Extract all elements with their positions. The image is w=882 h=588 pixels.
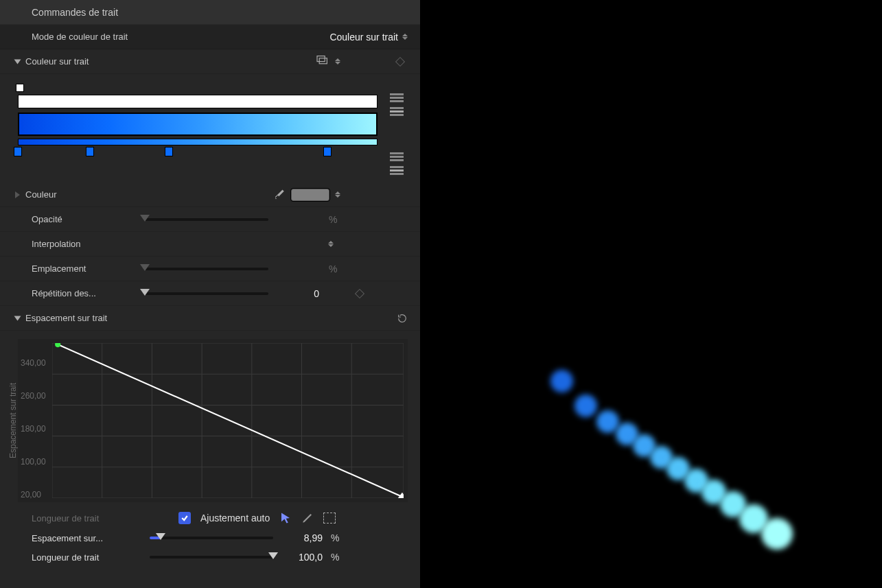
color-label: Couleur: [25, 189, 139, 200]
row-location: Emplacement %: [0, 257, 420, 281]
section-spacing-over-stroke[interactable]: Espacement sur trait: [0, 306, 420, 331]
auto-fit-label: Ajustement auto: [200, 513, 270, 524]
brush-dot: [596, 410, 619, 433]
section-stroke-controls: Commandes de trait: [0, 0, 420, 25]
popup-chevrons-icon[interactable]: [328, 241, 334, 247]
gradient-strip[interactable]: [18, 113, 378, 136]
distribute-variant-icon[interactable]: [390, 166, 404, 176]
location-slider[interactable]: [145, 268, 268, 270]
inspector-panel: Commandes de trait Mode de couleur de tr…: [0, 0, 420, 588]
pencil-icon[interactable]: [301, 512, 314, 524]
row-length-param[interactable]: Longueur de trait 100,0 %: [0, 548, 420, 567]
cursor-icon[interactable]: [279, 512, 292, 524]
row-color: Couleur: [0, 183, 420, 207]
popup-chevrons-icon: [402, 34, 408, 40]
gradient-stop[interactable]: [14, 147, 22, 156]
svg-rect-0: [317, 56, 325, 62]
spacing-value[interactable]: 8,99: [281, 532, 323, 543]
percent-sign: %: [329, 214, 337, 225]
keyframe-icon[interactable]: [355, 288, 364, 298]
location-label: Emplacement: [32, 263, 145, 274]
opacity-slider[interactable]: [145, 218, 268, 221]
color-over-label: Couleur sur trait: [25, 56, 139, 67]
opacity-handle[interactable]: [16, 84, 24, 92]
length-value[interactable]: 100,0: [281, 552, 323, 563]
section-color-over-stroke[interactable]: Couleur sur trait: [0, 49, 420, 74]
percent-sign: %: [331, 532, 339, 543]
brush-dot: [575, 395, 597, 417]
spacing-over-label: Espacement sur trait: [25, 313, 139, 323]
disclosure-triangle-icon[interactable]: [15, 191, 20, 198]
gradient-side-tools: [390, 84, 405, 176]
disclosure-triangle-icon[interactable]: [14, 59, 21, 64]
auto-fit-checkbox[interactable]: [178, 512, 191, 524]
spacing-slider[interactable]: [150, 537, 273, 539]
gradient-stops-row: [18, 147, 378, 158]
gradient-stop[interactable]: [165, 147, 173, 156]
gradient-preview-strip: [18, 139, 378, 145]
repetition-label: Répétition des...: [32, 288, 145, 298]
graph-y-ticks: 340,00 260,00 180,00 100,00 20,00: [21, 339, 51, 502]
svg-rect-1: [319, 58, 327, 64]
graph-tool-row: Longueur de trait Ajustement auto: [0, 508, 420, 528]
distribute-evenly-icon[interactable]: [390, 93, 404, 103]
row-interpolation: Interpolation: [0, 232, 420, 257]
spacing-param-label: Espacement sur...: [32, 533, 141, 543]
opacity-label: Opacité: [32, 214, 145, 224]
interpolation-label: Interpolation: [32, 239, 145, 249]
keyframe-icon[interactable]: [395, 56, 405, 66]
color-swatch[interactable]: [291, 189, 329, 201]
repetition-slider[interactable]: [145, 292, 268, 295]
canvas-preview: [420, 0, 882, 588]
row-stroke-color-mode[interactable]: Mode de couleur de trait Couleur sur tra…: [0, 25, 420, 49]
row-repetition[interactable]: Répétition des... 0: [0, 281, 420, 306]
length-param-label: Longueur de trait: [32, 552, 141, 563]
popup-chevrons-icon[interactable]: [335, 191, 340, 198]
reset-icon[interactable]: [397, 313, 408, 324]
graph-y-axis-label: Espacement sur trait: [8, 339, 18, 502]
svg-point-17: [55, 343, 60, 347]
gradient-stop[interactable]: [86, 147, 94, 156]
row-spacing-param[interactable]: Espacement sur... 8,99 %: [0, 528, 420, 548]
brush-dot: [550, 370, 573, 392]
length-slider[interactable]: [150, 556, 273, 558]
gradient-stop[interactable]: [323, 147, 332, 156]
repetition-value[interactable]: 0: [278, 288, 319, 299]
stroke-length-label: Longueur de trait: [32, 513, 169, 524]
disclosure-triangle-icon[interactable]: [14, 316, 21, 320]
stroke-mode-popup[interactable]: Couleur sur trait: [329, 32, 408, 43]
brush-dot: [761, 518, 793, 550]
percent-sign: %: [329, 263, 337, 274]
marquee-icon[interactable]: [323, 513, 336, 524]
spacing-graph: Espacement sur trait 340,00 260,00 180,0…: [0, 331, 420, 508]
row-opacity: Opacité %: [0, 207, 420, 232]
eyedropper-icon[interactable]: [273, 189, 286, 201]
header-title: Commandes de trait: [32, 7, 145, 18]
svg-line-16: [58, 344, 402, 497]
stroke-mode-label: Mode de couleur de trait: [32, 32, 145, 42]
graph-area[interactable]: 340,00 260,00 180,00 100,00 20,00: [18, 339, 408, 502]
stack-icon[interactable]: [316, 55, 329, 68]
distribute-evenly-icon[interactable]: [390, 152, 404, 162]
popup-chevrons-icon[interactable]: [335, 58, 340, 64]
distribute-variant-icon[interactable]: [390, 107, 404, 117]
opacity-strip[interactable]: [18, 95, 378, 108]
gradient-editor: [0, 74, 420, 183]
percent-sign: %: [331, 552, 339, 563]
stroke-mode-value: Couleur sur trait: [329, 32, 398, 43]
